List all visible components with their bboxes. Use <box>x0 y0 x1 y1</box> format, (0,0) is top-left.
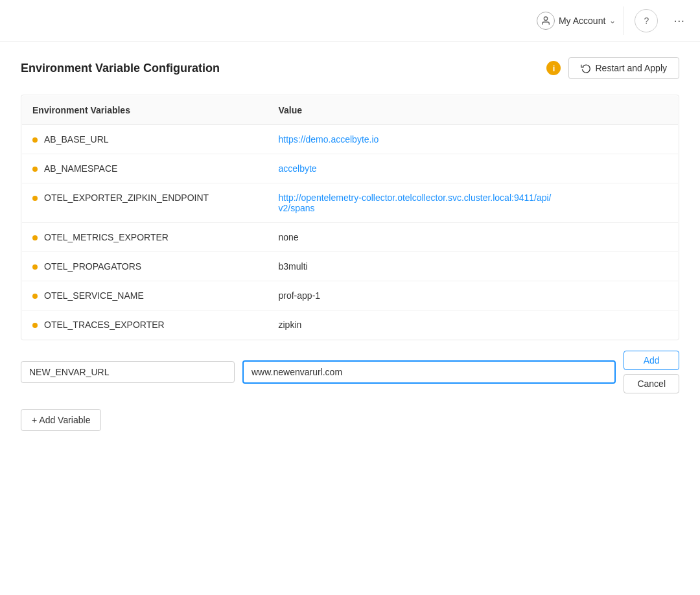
env-key-label: OTEL_TRACES_EXPORTER <box>44 320 165 330</box>
account-menu[interactable]: My Account ⌄ <box>529 6 624 35</box>
env-key-label: OTEL_EXPORTER_ZIPKIN_ENDPOINT <box>44 192 209 203</box>
table-row: OTEL_METRICS_EXPORTER none <box>22 223 679 252</box>
env-key-cell: OTEL_EXPORTER_ZIPKIN_ENDPOINT <box>22 183 268 223</box>
env-value-cell: https://demo.accelbyte.io <box>268 125 562 154</box>
env-actions-cell <box>562 125 679 154</box>
env-key-label: OTEL_METRICS_EXPORTER <box>44 232 169 242</box>
env-value-cell: zipkin <box>268 310 562 340</box>
status-dot <box>32 196 38 201</box>
col-actions <box>562 96 679 125</box>
env-key-label: AB_BASE_URL <box>44 134 109 145</box>
help-icon: ? <box>644 16 649 26</box>
table-row: OTEL_SERVICE_NAME prof-app-1 <box>22 281 679 310</box>
env-key-cell: OTEL_SERVICE_NAME <box>22 281 268 310</box>
info-icon[interactable]: i <box>546 61 561 75</box>
chevron-down-icon: ⌄ <box>609 16 616 25</box>
env-value-label: b3multi <box>279 261 308 272</box>
status-dot <box>32 264 38 270</box>
new-var-key-input[interactable] <box>21 361 235 383</box>
env-actions-cell <box>562 223 679 252</box>
env-actions-cell <box>562 154 679 183</box>
add-variable-button[interactable]: + Add Variable <box>21 409 101 431</box>
table-row: AB_BASE_URL https://demo.accelbyte.io <box>22 125 679 154</box>
env-value-label: http://opentelemetry-collector.otelcolle… <box>279 192 552 213</box>
restart-icon <box>581 63 591 73</box>
env-key-cell: OTEL_PROPAGATORS <box>22 252 268 281</box>
env-actions-cell <box>562 281 679 310</box>
env-key-label: AB_NAMESPACE <box>44 163 117 174</box>
header-actions: i Restart and Apply <box>546 57 679 79</box>
env-table: Environment Variables Value AB_BASE_URL … <box>21 95 679 340</box>
more-options-button[interactable]: ··· <box>668 10 690 30</box>
new-var-action-buttons: Add Cancel <box>624 351 679 393</box>
page-title: Environment Variable Configuration <box>21 62 220 75</box>
help-button[interactable]: ? <box>635 9 658 32</box>
account-icon <box>537 12 555 30</box>
status-dot <box>32 167 38 172</box>
env-key-cell: AB_NAMESPACE <box>22 154 268 183</box>
env-value-label: https://demo.accelbyte.io <box>279 134 379 145</box>
status-dot <box>32 323 38 328</box>
cancel-button[interactable]: Cancel <box>624 374 679 393</box>
env-actions-cell <box>562 183 679 223</box>
env-key-cell: AB_BASE_URL <box>22 125 268 154</box>
env-value-cell: http://opentelemetry-collector.otelcolle… <box>268 183 562 223</box>
env-key-cell: OTEL_METRICS_EXPORTER <box>22 223 268 252</box>
restart-and-apply-button[interactable]: Restart and Apply <box>568 57 679 79</box>
env-key-cell: OTEL_TRACES_EXPORTER <box>22 310 268 340</box>
status-dot <box>32 137 38 143</box>
table-row: OTEL_TRACES_EXPORTER zipkin <box>22 310 679 340</box>
env-value-cell: none <box>268 223 562 252</box>
new-var-value-input[interactable] <box>242 360 616 384</box>
env-table-wrapper: Environment Variables Value AB_BASE_URL … <box>21 95 679 340</box>
account-label: My Account <box>559 16 605 26</box>
status-dot <box>32 235 38 240</box>
status-dot <box>32 294 38 299</box>
env-actions-cell <box>562 310 679 340</box>
svg-point-0 <box>544 17 547 20</box>
env-value-cell: accelbyte <box>268 154 562 183</box>
restart-button-label: Restart and Apply <box>595 63 667 73</box>
env-value-label: zipkin <box>279 320 302 330</box>
col-value: Value <box>268 96 562 125</box>
env-value-label: none <box>279 232 299 242</box>
page-header: Environment Variable Configuration i Res… <box>21 57 679 79</box>
env-value-cell: b3multi <box>268 252 562 281</box>
main-content: Environment Variable Configuration i Res… <box>0 41 700 447</box>
table-row: AB_NAMESPACE accelbyte <box>22 154 679 183</box>
navbar: My Account ⌄ ? ··· <box>0 0 700 41</box>
more-icon: ··· <box>673 13 684 28</box>
env-value-cell: prof-app-1 <box>268 281 562 310</box>
env-key-label: OTEL_PROPAGATORS <box>44 261 141 272</box>
env-key-label: OTEL_SERVICE_NAME <box>44 290 144 301</box>
add-button[interactable]: Add <box>624 351 679 370</box>
env-value-label: prof-app-1 <box>279 290 321 301</box>
table-row: OTEL_PROPAGATORS b3multi <box>22 252 679 281</box>
env-value-label: accelbyte <box>279 163 317 174</box>
new-variable-row: Add Cancel <box>21 351 679 393</box>
env-actions-cell <box>562 252 679 281</box>
table-row: OTEL_EXPORTER_ZIPKIN_ENDPOINT http://ope… <box>22 183 679 223</box>
table-header-row: Environment Variables Value <box>22 96 679 125</box>
col-env-variables: Environment Variables <box>22 96 268 125</box>
